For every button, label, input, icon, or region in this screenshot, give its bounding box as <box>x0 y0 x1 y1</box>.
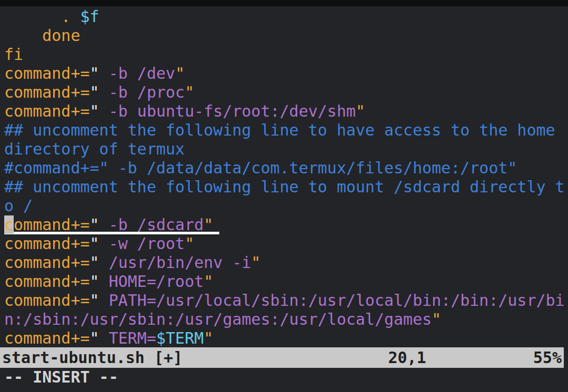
editor-line[interactable]: command+=" -b /proc" <box>0 83 568 102</box>
text-cursor: c <box>4 215 14 234</box>
code-segment: " <box>90 64 99 82</box>
code-segment: command+= <box>4 64 90 82</box>
vim-statusline: start-ubuntu.sh [+] 20,1 55% <box>0 347 564 368</box>
code-segment: " <box>204 215 213 234</box>
terminal-top-edge <box>0 0 568 6</box>
editor-line[interactable]: command+=" TERM=$TERM" <box>0 329 568 348</box>
code-segment: " <box>90 215 99 234</box>
editor-line[interactable]: n:/sbin:/usr/sbin:/usr/games:/usr/local/… <box>0 310 568 329</box>
code-segment: " <box>185 83 194 101</box>
code-segment: -b /proc <box>99 83 185 101</box>
code-segment: " <box>90 102 99 120</box>
vim-buffer[interactable]: . $f done fi command+=" -b /dev" command… <box>0 7 568 348</box>
code-segment: " <box>251 253 261 272</box>
code-segment: -b ubuntu-fs/root:/dev/shm <box>99 102 356 120</box>
editor-line[interactable]: command+=" PATH=/usr/local/sbin:/usr/loc… <box>0 291 568 310</box>
comment-segment: directory of termux <box>4 140 185 158</box>
code-segment: " <box>90 234 99 253</box>
comment-segment: #command+=" -b /data/data/com.termux/fil… <box>4 159 517 177</box>
code-segment: -b /sdcard <box>99 215 204 234</box>
code-segment: done <box>4 26 80 45</box>
code-segment: " <box>204 329 213 347</box>
editor-line[interactable]: #command+=" -b /data/data/com.termux/fil… <box>0 159 568 178</box>
code-segment: command+= <box>4 253 90 272</box>
comment-segment: ## uncomment the following line to have … <box>4 121 555 139</box>
vim-mode-indicator: -- INSERT -- <box>0 368 568 387</box>
code-segment: n:/sbin:/usr/sbin:/usr/games:/usr/local/… <box>4 310 432 328</box>
editor-line-cursor[interactable]: command+=" -b /sdcard" <box>0 215 568 234</box>
code-segment: command+= <box>4 83 90 101</box>
code-segment: -w /root <box>99 234 185 253</box>
code-segment: " <box>90 272 99 291</box>
editor-line[interactable]: ## uncomment the following line to mount… <box>0 178 568 197</box>
editor-line[interactable]: ## uncomment the following line to have … <box>0 121 568 140</box>
statusline-filename: start-ubuntu.sh [+] <box>2 347 182 368</box>
code-segment: . <box>4 7 80 26</box>
code-segment: /usr/bin/env -i <box>99 253 251 272</box>
terminal-screen[interactable]: . $f done fi command+=" -b /dev" command… <box>0 0 568 392</box>
editor-line[interactable]: done <box>0 26 568 45</box>
editor-line[interactable]: fi <box>0 45 568 64</box>
comment-segment: ## uncomment the following line to mount… <box>4 178 565 196</box>
editor-line[interactable]: command+=" -b /dev" <box>0 64 568 83</box>
code-segment: " <box>175 64 185 82</box>
code-segment: " <box>90 253 99 272</box>
code-segment: command+= <box>4 329 90 347</box>
editor-line[interactable]: . $f <box>0 7 568 26</box>
statusline-scroll-percent: 55% <box>533 347 562 368</box>
editor-line[interactable]: directory of termux <box>0 140 568 159</box>
code-segment: PATH=/usr/local/sbin:/usr/local/bin:/bin… <box>99 291 565 310</box>
code-segment: command+= <box>4 234 90 253</box>
code-segment: -b /dev <box>99 64 176 82</box>
editor-line[interactable]: command+=" /usr/bin/env -i" <box>0 253 568 272</box>
code-segment: fi <box>4 45 23 64</box>
comment-segment: o / <box>4 197 33 215</box>
code-segment: " <box>356 102 365 120</box>
code-segment: $f <box>80 7 99 26</box>
editor-line[interactable]: o / <box>0 197 568 215</box>
cursorline-underline: command+=" -b /sdcard" <box>4 215 219 234</box>
editor-line[interactable]: command+=" HOME=/root" <box>0 272 568 291</box>
code-segment: " <box>90 291 99 310</box>
code-segment: command+= <box>4 102 90 120</box>
code-segment: " <box>185 234 194 253</box>
editor-line[interactable]: command+=" -b ubuntu-fs/root:/dev/shm" <box>0 102 568 121</box>
editor-line[interactable]: command+=" -w /root" <box>0 234 568 253</box>
code-segment: " <box>432 310 441 328</box>
code-segment: command+= <box>4 291 90 310</box>
code-segment: TERM= <box>99 329 156 347</box>
code-segment: " <box>204 272 213 291</box>
code-segment: command+= <box>4 272 90 291</box>
code-segment: ommand+= <box>14 215 90 234</box>
code-segment: " <box>90 329 99 347</box>
statusline-ruler: 20,1 <box>388 347 426 368</box>
code-segment: " <box>90 83 99 101</box>
code-segment: HOME=/root <box>99 272 204 291</box>
code-segment: $TERM <box>156 329 204 347</box>
